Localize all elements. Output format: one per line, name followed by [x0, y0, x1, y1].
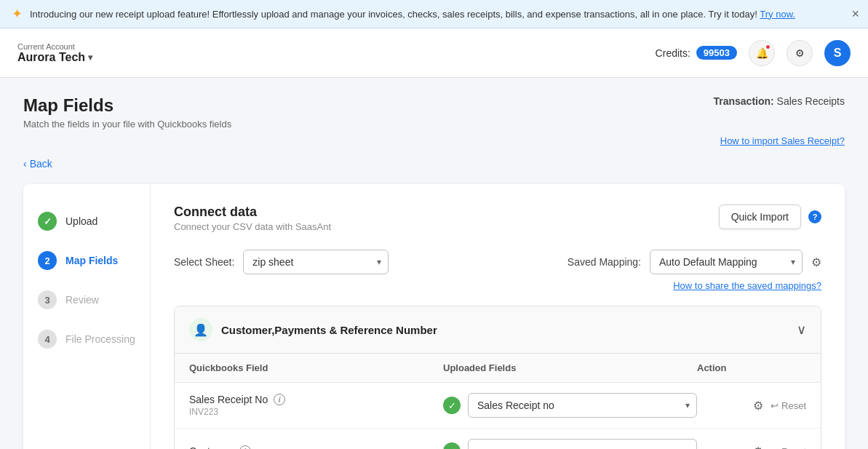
step-circle-file-processing: 4	[38, 330, 57, 349]
banner-try-now-link[interactable]: Try now.	[760, 9, 795, 20]
step-upload[interactable]: ✓ Upload	[23, 202, 150, 241]
match-check-icon-2: ✓	[443, 442, 461, 449]
table-row: Sales Receipt No i INV223 ✓ Sales Receip…	[175, 383, 821, 429]
notifications-button[interactable]: 🔔	[749, 40, 775, 66]
col-header-action: Action	[697, 362, 806, 373]
notification-dot	[765, 44, 771, 50]
select-sheet-dropdown[interactable]: zip sheet	[243, 250, 389, 274]
app-header: Current Account Aurora Tech ▾ Credits: 9…	[0, 28, 868, 78]
saved-mapping-label: Saved Mapping:	[568, 256, 641, 268]
saved-mapping-dropdown[interactable]: Auto Default Mapping	[650, 250, 803, 274]
steps-sidebar: ✓ Upload 2 Map Fields 3 Review 4 File Pr…	[23, 184, 151, 449]
uploaded-select-wrapper-2: ▾	[468, 439, 697, 449]
account-label: Current Account	[17, 42, 92, 51]
select-sheet-wrapper: zip sheet ▾	[243, 250, 389, 274]
table-row: Customer i ✓ ▾ ⚙	[175, 429, 821, 449]
page-subtitle: Match the fields in your file with Quick…	[23, 119, 845, 130]
back-link[interactable]: ‹ Back	[23, 158, 845, 170]
uploaded-select-wrapper: Sales Receipt no ▾	[468, 393, 697, 418]
step-circle-map-fields: 2	[38, 251, 57, 270]
step-label-review: Review	[65, 294, 99, 306]
gear-icon: ⚙	[795, 47, 805, 59]
quick-import-help-icon[interactable]: ?	[808, 210, 821, 223]
section-avatar-icon: 👤	[189, 318, 212, 341]
transaction-value: Sales Receipts	[777, 95, 845, 107]
credits-badge: 99503	[696, 46, 737, 60]
info-icon-sales-receipt-no[interactable]: i	[274, 394, 285, 405]
step-label-map-fields: Map Fields	[65, 255, 118, 266]
content-area: Connect data Connect your CSV data with …	[151, 184, 845, 449]
step-label-file-processing: File Processing	[65, 333, 135, 345]
reset-icon: ↩	[771, 400, 779, 411]
field-subtext-sales-receipt-no: INV223	[189, 407, 443, 417]
step-file-processing[interactable]: 4 File Processing	[23, 319, 150, 359]
row-gear-icon-2[interactable]: ⚙	[753, 445, 763, 450]
account-name-dropdown[interactable]: Aurora Tech ▾	[17, 51, 92, 64]
quick-import-container: Quick Import ?	[719, 204, 821, 229]
step-circle-review: 3	[38, 290, 57, 309]
banner-close-button[interactable]: ×	[851, 7, 859, 22]
table-header: Quickbooks Field Uploaded Fields Action	[175, 354, 821, 383]
back-arrow-icon: ‹	[23, 158, 27, 170]
step-label-upload: Upload	[65, 215, 97, 227]
transaction-info: Transaction: Sales Receipts	[713, 95, 845, 107]
section-collapse-icon[interactable]: ∨	[797, 322, 806, 338]
saved-mapping-gear-icon[interactable]: ⚙	[811, 255, 821, 269]
uploaded-field-sales-receipt-no: ✓ Sales Receipt no ▾	[443, 393, 697, 418]
saved-mapping-wrapper: Auto Default Mapping ▾	[650, 250, 803, 274]
action-col-sales-receipt-no: ⚙ ↩ Reset	[697, 399, 806, 413]
settings-button[interactable]: ⚙	[787, 40, 813, 66]
match-check-icon: ✓	[443, 397, 461, 414]
quick-import-label: Quick Import	[731, 211, 789, 223]
chevron-down-icon: ▾	[88, 52, 92, 63]
section-header-left: 👤 Customer,Payments & Reference Number	[189, 318, 437, 341]
field-label-sales-receipt-no: Sales Receipt No	[189, 394, 268, 405]
page-container: Map Fields Transaction: Sales Receipts M…	[0, 78, 868, 449]
col-header-qb-field: Quickbooks Field	[189, 362, 443, 373]
select-sheet-label: Select Sheet:	[174, 256, 234, 268]
how-to-import-link[interactable]: How to import Sales Receipt?	[23, 135, 845, 146]
form-row: Select Sheet: zip sheet ▾ Saved Mapping:…	[174, 250, 821, 274]
how-to-share-link[interactable]: How to share the saved mappings?	[174, 280, 821, 291]
main-layout: ✓ Upload 2 Map Fields 3 Review 4 File Pr…	[23, 184, 845, 449]
uploaded-field-customer: ✓ ▾	[443, 439, 697, 449]
step-circle-upload: ✓	[38, 212, 57, 231]
quick-import-button[interactable]: Quick Import	[719, 204, 801, 229]
step-map-fields[interactable]: 2 Map Fields	[23, 241, 150, 280]
announcement-banner: ✦ Introducing our new receipt upload fea…	[0, 0, 868, 28]
reset-button-sales-receipt-no[interactable]: ↩ Reset	[771, 400, 806, 411]
transaction-label: Transaction:	[713, 95, 773, 107]
qb-field-customer: Customer i	[189, 445, 443, 449]
qb-field-sales-receipt-no: Sales Receipt No i INV223	[189, 394, 443, 417]
section-card: 👤 Customer,Payments & Reference Number ∨…	[174, 306, 821, 449]
action-col-customer: ⚙ ↩ Reset	[697, 445, 806, 450]
step-review[interactable]: 3 Review	[23, 280, 150, 319]
section-header: 👤 Customer,Payments & Reference Number ∨	[175, 306, 821, 354]
row-gear-icon[interactable]: ⚙	[753, 399, 763, 413]
connect-data-subtitle: Connect your CSV data with SaasAnt	[174, 221, 331, 232]
info-icon-customer[interactable]: i	[239, 445, 251, 449]
uploaded-select-customer[interactable]	[468, 439, 697, 449]
col-header-uploaded-fields: Uploaded Fields	[443, 362, 697, 373]
credits-label: Credits:	[656, 47, 690, 59]
saved-mapping-row: Saved Mapping: Auto Default Mapping ▾ ⚙	[568, 250, 821, 274]
field-label-customer: Customer	[189, 445, 234, 449]
banner-text: Introducing our new receipt upload featu…	[30, 9, 856, 20]
connect-data-title: Connect data	[174, 204, 331, 220]
page-title: Map Fields	[23, 95, 114, 116]
sparkle-icon: ✦	[12, 6, 23, 22]
section-title: Customer,Payments & Reference Number	[221, 324, 437, 336]
avatar[interactable]: S	[824, 40, 851, 66]
account-section: Current Account Aurora Tech ▾	[17, 42, 92, 64]
connect-data-header: Connect data Connect your CSV data with …	[174, 204, 821, 232]
page-header: Map Fields Transaction: Sales Receipts M…	[23, 95, 845, 146]
reset-icon-2: ↩	[771, 446, 779, 450]
header-right: Credits: 99503 🔔 ⚙ S	[656, 40, 851, 66]
uploaded-select-sales-receipt-no[interactable]: Sales Receipt no	[468, 393, 697, 418]
credits-section: Credits: 99503	[656, 46, 737, 60]
reset-button-customer[interactable]: ↩ Reset	[771, 446, 806, 450]
